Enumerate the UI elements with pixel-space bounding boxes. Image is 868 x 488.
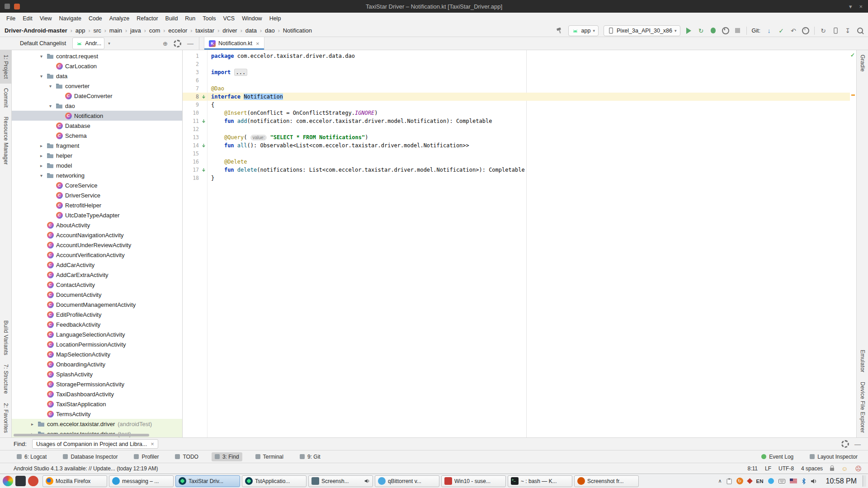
close-tab-icon[interactable]: × <box>256 40 259 47</box>
implemented-marker-icon[interactable] <box>200 94 207 99</box>
menu-edit[interactable]: Edit <box>19 14 36 23</box>
git-rollback-button[interactable]: ↶ <box>790 27 797 35</box>
tree-item-addcarextraactivity[interactable]: CAddCarExtraActivity <box>12 270 182 280</box>
taskbar-button-screenshot-fr[interactable]: Screenshot fr... <box>574 475 639 487</box>
chevron-down-icon[interactable]: ▾ <box>46 84 55 89</box>
find-results-tab[interactable]: Usages of Companion in Project and Libra… <box>32 439 158 449</box>
code-pane[interactable]: package com.eccelor.taxistar.driver.data… <box>208 50 850 437</box>
breadcrumb-item-data[interactable]: data <box>245 27 257 34</box>
chevron-right-icon[interactable]: ▸ <box>37 153 46 158</box>
find-settings-gear-icon[interactable] <box>841 440 849 448</box>
implemented-marker-icon[interactable] <box>200 143 207 148</box>
red-app-launcher-icon[interactable] <box>28 476 38 486</box>
feedback-sad-icon[interactable]: ☹ <box>855 465 862 472</box>
tool-button-9-git[interactable]: 9: Git <box>297 452 324 461</box>
taskbar-button-bash-k[interactable]: ~ : bash — K... <box>508 475 572 487</box>
breadcrumb-item-app[interactable]: app <box>75 27 85 34</box>
menu-tools[interactable]: Tools <box>199 14 219 23</box>
search-everywhere-button[interactable] <box>856 27 863 35</box>
taskbar-button-messaging[interactable]: messaging – ... <box>109 475 174 487</box>
bluetooth-icon[interactable] <box>802 478 806 484</box>
tool-button-todo[interactable]: TODO <box>172 452 201 461</box>
breadcrumb-item-java[interactable]: java <box>130 27 141 34</box>
code-line-12[interactable] <box>208 125 850 133</box>
menu-navigate[interactable]: Navigate <box>56 14 85 23</box>
tree-item-dao[interactable]: ▾dao <box>12 101 182 111</box>
breadcrumb-item-com[interactable]: com <box>149 27 160 34</box>
qbittorrent-tray-icon[interactable] <box>768 478 774 484</box>
menu-help[interactable]: Help <box>266 14 285 23</box>
menu-view[interactable]: View <box>36 14 56 23</box>
code-line-9[interactable]: { <box>208 101 850 109</box>
tree-item-documentmanagementactivity[interactable]: CDocumentManagementActivity <box>12 300 182 310</box>
breadcrumb-item-src[interactable]: src <box>93 27 101 34</box>
tree-item-aboutactivity[interactable]: CAboutActivity <box>12 220 182 230</box>
shade-window-icon[interactable]: ▾ <box>849 3 852 10</box>
editor-scrollbar[interactable]: ✓ <box>850 50 856 437</box>
run-config-select[interactable]: app ▾ <box>568 25 599 36</box>
tree-item-fragment[interactable]: ▸fragment <box>12 141 182 150</box>
tree-item-taxidashboardactivity[interactable]: CTaxiDashboardActivity <box>12 389 182 399</box>
tree-item-retrofithelper[interactable]: CRetrofitHelper <box>12 200 182 210</box>
keyboard-icon[interactable] <box>778 479 785 483</box>
tree-item-schema[interactable]: CSchema <box>12 131 182 141</box>
sdk-manager-button[interactable]: ↧ <box>844 27 851 35</box>
code-line-2[interactable] <box>208 60 850 68</box>
menu-window[interactable]: Window <box>238 14 265 23</box>
tool-button-3-find[interactable]: 3: Find <box>212 452 242 461</box>
clock[interactable]: 10:58 PM <box>826 477 857 485</box>
menu-analyze[interactable]: Analyze <box>106 14 133 23</box>
breadcrumb-item-taxistar[interactable]: taxistar <box>195 27 214 34</box>
breadcrumb-item-driver-android-master[interactable]: Driver-Android-master <box>5 27 67 34</box>
tree-item-contract-request[interactable]: ▾contract.request <box>12 51 182 61</box>
tool-stripe-commit[interactable]: Commit <box>0 84 12 112</box>
tree-item-addcaractivity[interactable]: CAddCarActivity <box>12 260 182 270</box>
tree-item-feedbackactivity[interactable]: CFeedbackActivity <box>12 319 182 329</box>
status-message[interactable]: Android Studio 4.1.3 available: // Updat… <box>14 465 158 472</box>
tool-stripe-resource-manager[interactable]: Resource Manager <box>0 112 12 169</box>
tray-expander-icon[interactable]: ∧ <box>718 478 722 484</box>
tree-item-data[interactable]: ▾data <box>12 71 182 81</box>
breadcrumb-item-eccelor[interactable]: eccelor <box>168 27 187 34</box>
tree-item-splashactivity[interactable]: CSplashActivity <box>12 369 182 379</box>
tree-item-onboardingactivity[interactable]: COnboardingActivity <box>12 359 182 369</box>
stop-button[interactable] <box>734 27 741 35</box>
feedback-happy-icon[interactable]: ☺ <box>841 465 848 472</box>
menu-refactor[interactable]: Refactor <box>133 14 161 23</box>
tool-stripe-7-structure[interactable]: 7: Structure <box>0 360 12 399</box>
tab-default-changelist[interactable]: Default Changelist <box>17 39 69 48</box>
tool-button-database-inspector[interactable]: Database Inspector <box>60 452 121 461</box>
clipboard-icon[interactable] <box>726 478 732 484</box>
tree-item-driverservice[interactable]: CDriverService <box>12 190 182 200</box>
tree-item-documentactivity[interactable]: CDocumentActivity <box>12 290 182 300</box>
implemented-marker-icon[interactable] <box>200 119 207 124</box>
taskbar-button-tstapplicatio[interactable]: TstApplicatio... <box>242 475 307 487</box>
code-line-14[interactable]: fun all(): Observable<List<com.eccelor.t… <box>208 141 850 150</box>
tool-stripe-gradle[interactable]: Gradle <box>856 50 868 76</box>
tool-stripe-emulator[interactable]: Emulator <box>856 345 868 377</box>
code-line-16[interactable]: @Delete <box>208 158 850 166</box>
tree-item-storagepermissionactivity[interactable]: CStoragePermissionActivity <box>12 379 182 389</box>
volume-icon[interactable] <box>811 479 817 484</box>
menu-run[interactable]: Run <box>181 14 199 23</box>
chevron-right-icon[interactable]: ▸ <box>37 143 46 148</box>
code-line-17[interactable]: fun delete(notifications: List<com.eccel… <box>208 166 850 174</box>
tree-item-editprofileactivity[interactable]: CEditProfileActivity <box>12 310 182 319</box>
tree-item-accountnavigationactivity[interactable]: CAccountNavigationActivity <box>12 230 182 240</box>
tree-item-taxistarapplication[interactable]: CTaxiStarApplication <box>12 399 182 409</box>
taskbar-button-mozilla-firefox[interactable]: Mozilla Firefox <box>42 475 107 487</box>
code-line-15[interactable] <box>208 150 850 158</box>
tool-stripe-device-file-explorer[interactable]: Device File Explorer <box>856 377 868 437</box>
tool-stripe-1-project[interactable]: 1: Project <box>0 50 12 84</box>
debug-button[interactable] <box>710 27 717 35</box>
chevron-down-icon[interactable]: ▾ <box>46 103 55 108</box>
code-line-13[interactable]: @Query( value: "SELECT * FROM Notificati… <box>208 133 850 141</box>
caret-position[interactable]: 8:11 <box>748 465 758 472</box>
run-button[interactable] <box>685 27 693 35</box>
hide-find-panel-icon[interactable]: — <box>854 441 861 448</box>
code-line-10[interactable]: @Insert(onConflict = OnConflictStrategy.… <box>208 109 850 117</box>
implemented-marker-icon[interactable] <box>200 168 207 173</box>
us-flag-icon[interactable] <box>790 479 797 483</box>
tool-button-6-logcat[interactable]: 6: Logcat <box>14 452 50 461</box>
breadcrumb-item-notification[interactable]: Notification <box>283 27 312 34</box>
